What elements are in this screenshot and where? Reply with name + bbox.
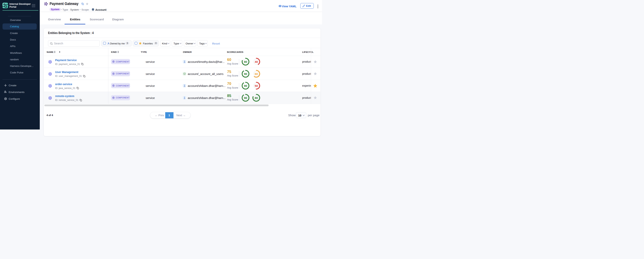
svg-text:60: 60 [254,72,258,76]
svg-text:40: 40 [254,60,258,64]
svg-text:90: 90 [244,96,247,100]
svg-text:90: 90 [244,72,247,76]
svg-text:80: 80 [244,60,247,64]
svg-text:80: 80 [254,96,258,100]
svg-text:50: 50 [254,84,258,88]
svg-text:90: 90 [244,84,247,88]
